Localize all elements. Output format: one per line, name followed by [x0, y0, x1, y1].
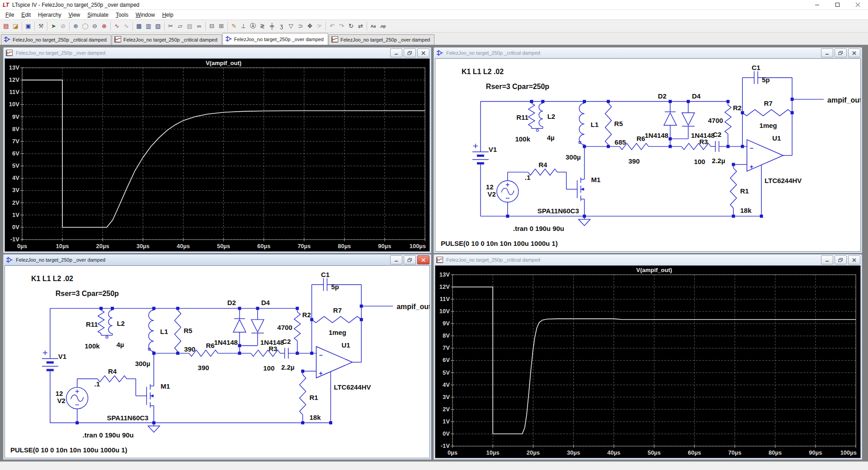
sch-label-rser[interactable]: Rser=3 Cpar=250p — [56, 290, 119, 297]
minimize-button[interactable] — [821, 48, 833, 57]
sch-label-d4[interactable]: D4 — [261, 299, 270, 306]
menu-help[interactable]: Help — [159, 11, 177, 19]
sch-label-r1[interactable]: R1 — [740, 187, 749, 195]
sch-label-r7v[interactable]: 1meg — [760, 122, 777, 129]
place-ground-button[interactable]: ⊥ — [239, 21, 248, 32]
sch-label-r11v[interactable]: 100k — [515, 135, 530, 143]
place-capacitor-button[interactable]: ╪ — [267, 21, 277, 32]
app-maximize-button[interactable] — [827, 0, 848, 9]
sch-label-r3[interactable]: R3 — [699, 138, 708, 146]
sch-label-c2[interactable]: C2 — [282, 338, 291, 345]
window-titlebar[interactable]: FelezJoo_no target_250p _over damped — [5, 47, 430, 58]
app-minimize-button[interactable] — [807, 0, 827, 9]
sch-label-r7v[interactable]: 1meg — [329, 329, 346, 336]
sch-label-r1v[interactable]: 18k — [310, 414, 321, 421]
sch-label-r5[interactable]: R5 — [614, 120, 623, 127]
mirror-button[interactable]: ⇄ — [356, 21, 365, 32]
sch-label-c2v[interactable]: 2.2µ — [712, 157, 725, 164]
sch-label-v1v[interactable]: 12 — [486, 183, 494, 191]
svg-text:−[interactable]: − — [319, 352, 323, 359]
minimize-button[interactable] — [390, 255, 402, 264]
sch-label-r2[interactable]: R2 — [733, 104, 741, 112]
sch-label-m1v[interactable]: SPA11N60C3 — [107, 414, 148, 422]
sch-label-r3v[interactable]: 100 — [694, 158, 705, 165]
minimize-button[interactable] — [821, 255, 833, 264]
schematic-canvas[interactable]: −+K1 L1 L2 .02Rser=3 Cpar=250pR11100kL24… — [435, 58, 861, 252]
sch-label-r11v[interactable]: 100k — [85, 342, 100, 350]
print-button[interactable]: ⊟ — [207, 21, 217, 32]
tile-vertical-button[interactable]: ▥ — [144, 21, 153, 32]
sch-label-u1[interactable]: U1 — [772, 134, 781, 142]
tile-horizontal-button[interactable]: ▦ — [134, 21, 144, 32]
svg-text:+[interactable]: + — [319, 370, 323, 377]
cascade-windows-button[interactable]: ▧ — [153, 21, 163, 32]
sch-label-r2v[interactable]: 4700 — [277, 324, 292, 331]
drag-button[interactable]: ☞ — [315, 21, 324, 32]
find-button[interactable]: ∞ — [194, 21, 204, 32]
sch-label-r7[interactable]: R7 — [764, 100, 773, 108]
sch-label-d2v[interactable]: 1N4148 — [645, 132, 668, 139]
sch-label-u1v[interactable]: LTC6244HV — [334, 383, 371, 391]
draw-wire-button[interactable]: ✎ — [229, 21, 239, 32]
sch-label-r5v[interactable]: 685 — [615, 138, 626, 146]
sch-label-c1v[interactable]: 5p — [762, 76, 769, 84]
zoom-out-button[interactable]: ⊖ — [90, 21, 99, 32]
app-titlebar[interactable]: LT LTspice IV - FelezJoo_no target_250p … — [0, 0, 868, 10]
sch-label-v1[interactable]: V1 — [489, 146, 497, 153]
copy-button[interactable]: ▱ — [175, 21, 185, 32]
sch-label-r4v[interactable]: .1 — [94, 380, 100, 388]
sch-label-u1[interactable]: U1 — [341, 341, 350, 349]
sch-label-out[interactable]: ampif_out — [396, 303, 429, 310]
child-window-schematic-critical-damped[interactable]: FelezJoo_no target_250p _critical damped… — [433, 47, 863, 254]
sch-label-tran[interactable]: .tran 0 190u 90u — [83, 431, 134, 439]
print-preview-button[interactable]: ⊞ — [217, 21, 226, 32]
sch-label-l2v[interactable]: 4µ — [547, 134, 555, 141]
sch-label-c1[interactable]: C1 — [752, 64, 760, 71]
child-window-plot-critical-damped[interactable]: FelezJoo_no target_250p _critical damped… — [433, 254, 863, 460]
place-resistor-button[interactable]: ≷ — [258, 21, 267, 32]
open-file-button[interactable]: ◪ — [11, 21, 20, 32]
control-panel-button[interactable]: ⚒ — [36, 21, 46, 32]
halt-button[interactable]: ⊘ — [58, 21, 68, 32]
menu-tools[interactable]: Tools — [112, 11, 132, 19]
rotate-button[interactable]: ↻ — [346, 21, 356, 32]
sch-label-v1v[interactable]: 12 — [56, 390, 63, 397]
menu-file[interactable]: File — [2, 11, 18, 19]
add-text-button[interactable]: Aa — [368, 21, 378, 32]
save-button[interactable]: ▣ — [24, 21, 33, 32]
restore-button[interactable] — [835, 255, 847, 264]
sch-label-out[interactable]: ampif_out — [827, 96, 860, 104]
sch-label-l2[interactable]: L2 — [547, 113, 555, 120]
close-button[interactable] — [417, 255, 429, 264]
sch-label-r1v[interactable]: 18k — [740, 207, 752, 214]
sch-label-d4[interactable]: D4 — [692, 92, 701, 100]
sch-label-r6v[interactable]: 390 — [198, 364, 209, 371]
sch-label-r2[interactable]: R2 — [302, 311, 311, 319]
place-diode-button[interactable]: ▽ — [286, 21, 296, 32]
autorange-y-button[interactable]: ∿ — [122, 21, 131, 32]
tab-2-waveform[interactable]: FelezJoo_no target_250p _critical damped — [112, 34, 222, 45]
place-component-button[interactable]: ⊃ — [296, 21, 305, 32]
sch-label-k1[interactable]: K1 L1 L2 .02 — [462, 68, 504, 75]
sch-label-pulse[interactable]: PULSE(0 10 0 10n 10n 100u 1000u 1) — [10, 446, 127, 454]
sch-label-r2v[interactable]: 4700 — [708, 117, 723, 124]
sch-label-r5[interactable]: R5 — [184, 327, 192, 334]
waveform-plot-canvas[interactable]: 13V12V11V10V9V8V7V6V5V4V3V2V1V0V-1V0µs10… — [435, 265, 861, 458]
menu-view[interactable]: View — [65, 11, 84, 19]
sch-label-r3[interactable]: R3 — [269, 345, 277, 352]
window-titlebar[interactable]: FelezJoo_no target_250p _critical damped — [435, 254, 861, 265]
sch-label-l1[interactable]: L1 — [591, 121, 599, 128]
plot-settings-button[interactable]: ∿ — [112, 21, 122, 32]
window-titlebar-active[interactable]: FelezJoo_no target_250p _over damped — [5, 254, 430, 265]
sch-label-c1[interactable]: C1 — [321, 271, 330, 278]
zoom-in-button[interactable]: ⊕ — [71, 21, 80, 32]
sch-label-r4[interactable]: R4 — [108, 367, 117, 375]
sch-label-v2[interactable]: V2 — [488, 190, 496, 198]
app-close-button[interactable] — [848, 0, 868, 9]
sch-label-m1v[interactable]: SPA11N60C3 — [538, 207, 579, 215]
zoom-full-extents-button[interactable]: ⊗ — [99, 21, 109, 32]
sch-label-l1v[interactable]: 300µ — [135, 360, 151, 367]
sch-label-r11[interactable]: R11 — [86, 320, 98, 328]
undo-button[interactable]: ↶ — [327, 21, 337, 32]
zoom-back-button[interactable]: ◯ — [80, 21, 90, 32]
